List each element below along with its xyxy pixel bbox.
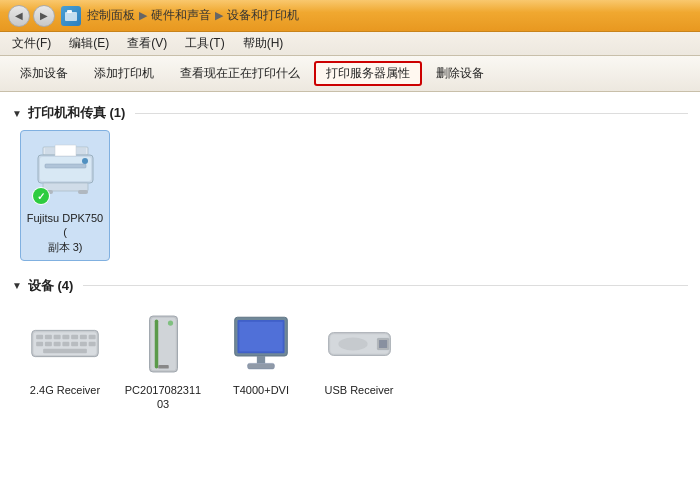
svg-rect-19 xyxy=(80,335,87,339)
status-check-icon: ✓ xyxy=(33,188,49,204)
t4000-icon-wrap xyxy=(226,309,296,379)
toolbar: 添加设备 添加打印机 查看现在正在打印什么 打印服务器属性 删除设备 xyxy=(0,56,700,92)
menu-help[interactable]: 帮助(H) xyxy=(235,33,292,54)
svg-rect-20 xyxy=(89,335,96,339)
printers-divider xyxy=(135,113,688,114)
svg-rect-36 xyxy=(239,322,282,352)
svg-point-7 xyxy=(82,158,88,164)
printers-grid: ✓ Fujitsu DPK750 (副本 3) xyxy=(12,130,688,261)
svg-rect-14 xyxy=(36,335,43,339)
svg-rect-24 xyxy=(62,342,69,346)
svg-rect-31 xyxy=(154,319,158,368)
device-item-usb-receiver[interactable]: USB Receiver xyxy=(314,303,404,418)
nav-buttons: ◀ ▶ xyxy=(8,5,55,27)
printer-label: Fujitsu DPK750 (副本 3) xyxy=(25,211,105,254)
printer-icon-wrap: ✓ xyxy=(30,137,100,207)
breadcrumb-item-3[interactable]: 设备和打印机 xyxy=(227,7,299,24)
add-device-button[interactable]: 添加设备 xyxy=(8,61,80,86)
devices-triangle: ▼ xyxy=(12,280,22,291)
svg-rect-26 xyxy=(80,342,87,346)
add-printer-button[interactable]: 添加打印机 xyxy=(82,61,166,86)
printers-section-title: 打印机和传真 (1) xyxy=(28,104,126,122)
keyboard-icon xyxy=(30,326,100,361)
printers-section-header: ▼ 打印机和传真 (1) xyxy=(12,104,688,122)
svg-point-43 xyxy=(338,337,367,350)
menu-edit[interactable]: 编辑(E) xyxy=(61,33,117,54)
menu-bar: 文件(F) 编辑(E) 查看(V) 工具(T) 帮助(H) xyxy=(0,32,700,56)
svg-rect-21 xyxy=(36,342,43,346)
device-label-usb-receiver: USB Receiver xyxy=(324,383,393,397)
svg-rect-28 xyxy=(43,349,87,353)
forward-button[interactable]: ▶ xyxy=(33,5,55,27)
remove-device-button[interactable]: 删除设备 xyxy=(424,61,496,86)
usb-receiver-icon-wrap xyxy=(324,309,394,379)
hdd-icon xyxy=(146,314,181,374)
svg-rect-15 xyxy=(45,335,52,339)
breadcrumb-sep-2: ▶ xyxy=(215,9,223,22)
devices-divider xyxy=(83,285,688,286)
device-item-pc2017[interactable]: PC201708231103 xyxy=(118,303,208,418)
svg-rect-6 xyxy=(45,164,86,168)
svg-rect-42 xyxy=(379,340,387,348)
svg-rect-27 xyxy=(89,342,96,346)
device-item-receiver-24g[interactable]: 2.4G Receiver xyxy=(20,303,110,418)
svg-rect-25 xyxy=(71,342,78,346)
menu-file[interactable]: 文件(F) xyxy=(4,33,59,54)
breadcrumb-sep-1: ▶ xyxy=(139,9,147,22)
devices-section-header: ▼ 设备 (4) xyxy=(12,277,688,295)
device-item-t4000[interactable]: T4000+DVI xyxy=(216,303,306,418)
svg-rect-8 xyxy=(43,183,88,191)
printer-item-fujitsu[interactable]: ✓ Fujitsu DPK750 (副本 3) xyxy=(20,130,110,261)
device-label-t4000: T4000+DVI xyxy=(233,383,289,397)
breadcrumb-item-1[interactable]: 控制面板 xyxy=(87,7,135,24)
print-server-properties-button[interactable]: 打印服务器属性 xyxy=(314,61,422,86)
pc2017-icon-wrap xyxy=(128,309,198,379)
devices-section-title: 设备 (4) xyxy=(28,277,74,295)
svg-rect-37 xyxy=(257,356,265,363)
receiver-24g-icon-wrap xyxy=(30,309,100,379)
svg-rect-18 xyxy=(71,335,78,339)
breadcrumb-item-2[interactable]: 硬件和声音 xyxy=(151,7,211,24)
svg-rect-11 xyxy=(55,145,76,156)
svg-rect-22 xyxy=(45,342,52,346)
svg-rect-10 xyxy=(78,190,88,194)
devices-grid: 2.4G Receiver PC201708231103 xyxy=(12,303,688,418)
breadcrumb-icon xyxy=(61,6,81,26)
menu-view[interactable]: 查看(V) xyxy=(119,33,175,54)
svg-rect-38 xyxy=(248,363,275,369)
menu-tools[interactable]: 工具(T) xyxy=(177,33,232,54)
printers-triangle: ▼ xyxy=(12,108,22,119)
back-button[interactable]: ◀ xyxy=(8,5,30,27)
svg-rect-16 xyxy=(54,335,61,339)
breadcrumb: 控制面板 ▶ 硬件和声音 ▶ 设备和打印机 xyxy=(87,7,299,24)
printer-status-badge: ✓ xyxy=(32,187,50,205)
device-label-pc2017: PC201708231103 xyxy=(122,383,204,412)
svg-rect-17 xyxy=(62,335,69,339)
svg-rect-1 xyxy=(67,10,72,13)
svg-rect-33 xyxy=(158,365,169,369)
title-bar: ◀ ▶ 控制面板 ▶ 硬件和声音 ▶ 设备和打印机 xyxy=(0,0,700,32)
device-label-24g-receiver: 2.4G Receiver xyxy=(30,383,100,397)
svg-rect-23 xyxy=(54,342,61,346)
svg-point-32 xyxy=(167,320,172,325)
main-content: ▼ 打印机和传真 (1) xyxy=(0,92,700,500)
monitor-icon xyxy=(231,315,291,373)
svg-rect-0 xyxy=(65,12,77,21)
view-print-queue-button[interactable]: 查看现在正在打印什么 xyxy=(168,61,312,86)
usb-receiver-icon xyxy=(327,328,392,360)
